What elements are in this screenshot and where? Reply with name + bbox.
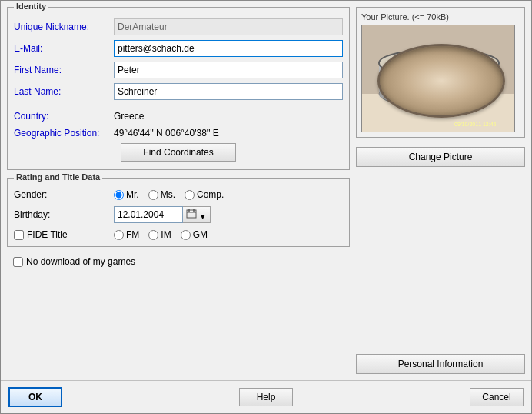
gender-ms-label: Ms. [161,189,175,200]
gender-ms-option[interactable]: Ms. [148,189,175,200]
fide-fm-label: FM [126,229,139,240]
email-input[interactable] [114,40,343,57]
fide-row: FIDE Title FM IM GM [14,229,343,240]
dialog: Identity Unique Nickname: E-Mail: First … [0,0,532,414]
picture-frame: 09/10/2011 12:46 [361,25,515,132]
svg-point-18 [407,98,412,102]
firstname-input[interactable] [114,62,343,78]
fide-gm-radio[interactable] [181,230,191,240]
svg-point-11 [407,55,412,59]
svg-point-8 [379,80,499,108]
fide-im-option[interactable]: IM [148,229,171,240]
svg-point-9 [379,49,499,77]
lastname-input[interactable] [114,83,343,100]
svg-point-6 [379,49,499,77]
svg-point-15 [484,90,489,95]
country-value: Greece [114,111,144,122]
calendar-dropdown-arrow: ▼ [199,212,207,221]
fide-im-radio[interactable] [148,230,158,240]
rating-group-title: Rating and Title Data [14,172,102,182]
fide-label-area: FIDE Title [14,229,114,240]
nickname-row: Unique Nickname: [14,18,343,35]
lastname-label: Last Name: [14,86,114,97]
svg-text:09/10/2011 12:46: 09/10/2011 12:46 [454,122,497,127]
fide-gm-label: GM [193,229,208,240]
help-button[interactable]: Help [239,388,293,406]
ok-button[interactable]: OK [8,387,62,407]
svg-point-14 [484,62,489,67]
lastname-row: Last Name: [14,83,343,100]
dialog-footer: OK Help Cancel [1,380,531,413]
gender-mr-label: Mr. [126,189,139,200]
email-row: E-Mail: [14,40,343,57]
no-download-row: No download of my games [7,252,350,272]
fide-fm-radio[interactable] [114,230,124,240]
gender-comp-option[interactable]: Comp. [185,189,224,200]
svg-rect-7 [379,63,499,94]
svg-point-10 [389,62,394,67]
svg-point-17 [437,101,441,105]
change-picture-button[interactable]: Change Picture [356,147,525,167]
firstname-label: First Name: [14,65,114,75]
country-label: Country: [14,111,114,122]
svg-point-16 [466,98,470,102]
geo-label: Geographic Position: [14,128,114,139]
birthday-label: Birthday: [14,209,114,220]
rating-group: Rating and Title Data Gender: Mr. Ms. [7,178,350,247]
footer-right: Cancel [470,388,524,406]
birthday-input-group: ▼ [114,206,211,223]
find-coords-button[interactable]: Find Coordinates [121,143,236,162]
footer-center: Help [239,388,293,406]
no-download-label: No download of my games [26,256,135,267]
svg-point-12 [437,52,441,56]
svg-point-19 [389,90,394,95]
fide-fm-option[interactable]: FM [114,229,139,240]
calendar-icon [186,209,197,219]
fide-checkbox[interactable] [14,230,24,240]
svg-point-13 [466,55,470,59]
svg-rect-0 [187,210,196,218]
drum-svg: 09/10/2011 12:46 [362,25,514,132]
nickname-input[interactable] [114,18,343,35]
no-download-checkbox[interactable] [13,257,23,267]
birthday-row: Birthday: ▼ [14,206,343,223]
geo-value: 49°46'44'' N 006°40'38'' E [114,128,219,139]
gender-radio-group: Mr. Ms. Comp. [114,189,224,200]
gender-mr-option[interactable]: Mr. [114,189,139,200]
svg-rect-20 [476,71,491,85]
gender-label: Gender: [14,189,114,200]
personal-info-button[interactable]: Personal Information [356,354,525,374]
picture-title: Your Picture. (<= 70kB) [361,12,520,22]
dialog-body: Identity Unique Nickname: E-Mail: First … [1,1,531,380]
gender-row: Gender: Mr. Ms. Comp. [14,189,343,200]
identity-group-title: Identity [14,2,48,11]
left-panel: Identity Unique Nickname: E-Mail: First … [7,7,350,374]
identity-group: Identity Unique Nickname: E-Mail: First … [7,7,350,170]
firstname-row: First Name: [14,62,343,78]
picture-section: Your Picture. (<= 70kB) [356,7,525,138]
birthday-input[interactable] [114,206,183,223]
gender-comp-label: Comp. [197,189,224,200]
calendar-button[interactable]: ▼ [183,206,211,223]
gender-mr-radio[interactable] [114,190,124,200]
fide-label: FIDE Title [27,229,68,240]
fide-im-label: IM [161,229,171,240]
geo-row: Geographic Position: 49°46'44'' N 006°40… [14,128,343,139]
fide-radio-group: FM IM GM [114,229,208,240]
nickname-label: Unique Nickname: [14,22,114,32]
right-panel: Your Picture. (<= 70kB) [356,7,525,374]
drum-image: 09/10/2011 12:46 [362,25,514,132]
fide-gm-option[interactable]: GM [181,229,208,240]
country-row: Country: Greece [14,109,343,123]
footer-left: OK [8,387,62,407]
gender-ms-radio[interactable] [148,190,158,200]
cancel-button[interactable]: Cancel [470,388,524,406]
gender-comp-radio[interactable] [185,190,195,200]
email-label: E-Mail: [14,43,114,54]
